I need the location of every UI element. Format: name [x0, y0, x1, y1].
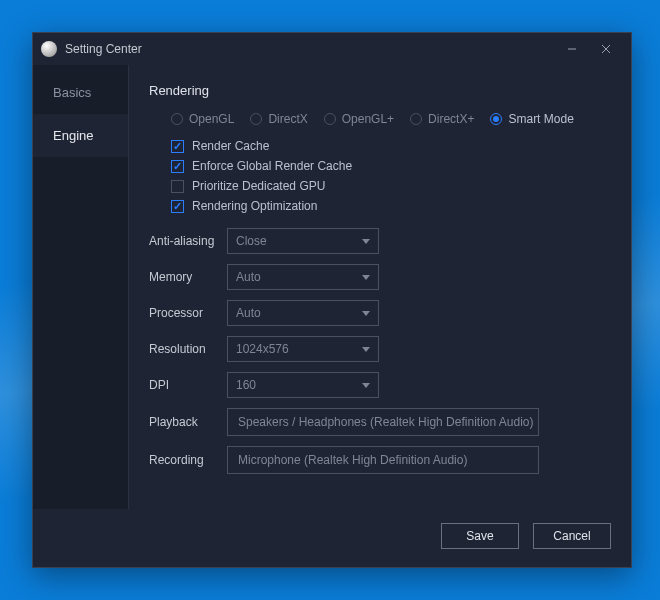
sidebar-item-engine[interactable]: Engine	[33, 114, 128, 157]
chevron-down-icon	[362, 275, 370, 280]
dpi-select[interactable]: 160	[227, 372, 379, 398]
row-memory: Memory Auto	[149, 264, 611, 290]
app-icon	[41, 41, 57, 57]
field-label: DPI	[149, 378, 227, 392]
select-value: Auto	[236, 306, 362, 320]
radio-dot-icon	[410, 113, 422, 125]
checkbox-icon	[171, 160, 184, 173]
processor-select[interactable]: Auto	[227, 300, 379, 326]
radio-directx[interactable]: DirectX	[250, 112, 307, 126]
playback-field[interactable]: Speakers / Headphones (Realtek High Defi…	[227, 408, 539, 436]
select-value: 1024x576	[236, 342, 362, 356]
rendering-mode-radios: OpenGL DirectX OpenGL+ DirectX+ Smart Mo…	[149, 112, 611, 126]
chevron-down-icon	[362, 311, 370, 316]
checkbox-label: Enforce Global Render Cache	[192, 159, 352, 173]
checkbox-prioritize-dedicated-gpu[interactable]: Prioritize Dedicated GPU	[171, 176, 611, 196]
checkbox-label: Prioritize Dedicated GPU	[192, 179, 325, 193]
radio-dot-icon	[171, 113, 183, 125]
radio-dot-icon	[250, 113, 262, 125]
select-value: Auto	[236, 270, 362, 284]
close-icon	[601, 44, 611, 54]
field-label: Processor	[149, 306, 227, 320]
radio-label: DirectX	[268, 112, 307, 126]
radio-smart-mode[interactable]: Smart Mode	[490, 112, 573, 126]
radio-label: OpenGL+	[342, 112, 394, 126]
anti-aliasing-select[interactable]: Close	[227, 228, 379, 254]
row-resolution: Resolution 1024x576	[149, 336, 611, 362]
radio-label: OpenGL	[189, 112, 234, 126]
recording-field[interactable]: Microphone (Realtek High Definition Audi…	[227, 446, 539, 474]
save-button[interactable]: Save	[441, 523, 519, 549]
chevron-down-icon	[362, 347, 370, 352]
field-label: Recording	[149, 453, 227, 467]
dialog-footer: Save Cancel	[33, 509, 631, 567]
field-label: Anti-aliasing	[149, 234, 227, 248]
field-label: Memory	[149, 270, 227, 284]
checkbox-render-cache[interactable]: Render Cache	[171, 136, 611, 156]
row-playback: Playback Speakers / Headphones (Realtek …	[149, 408, 611, 436]
minimize-button[interactable]	[555, 37, 589, 61]
select-value: 160	[236, 378, 362, 392]
field-label: Playback	[149, 415, 227, 429]
checkbox-label: Rendering Optimization	[192, 199, 317, 213]
minimize-icon	[567, 44, 577, 54]
field-label: Resolution	[149, 342, 227, 356]
checkbox-icon	[171, 200, 184, 213]
window-body: Basics Engine Rendering OpenGL DirectX O…	[33, 65, 631, 509]
radio-dot-icon	[324, 113, 336, 125]
row-anti-aliasing: Anti-aliasing Close	[149, 228, 611, 254]
sidebar-item-basics[interactable]: Basics	[33, 71, 128, 114]
radio-label: DirectX+	[428, 112, 474, 126]
checkbox-rendering-optimization[interactable]: Rendering Optimization	[171, 196, 611, 216]
row-processor: Processor Auto	[149, 300, 611, 326]
resolution-select[interactable]: 1024x576	[227, 336, 379, 362]
row-dpi: DPI 160	[149, 372, 611, 398]
memory-select[interactable]: Auto	[227, 264, 379, 290]
window-controls	[555, 37, 623, 61]
content-pane: Rendering OpenGL DirectX OpenGL+ DirectX…	[129, 65, 631, 509]
checkbox-icon	[171, 180, 184, 193]
field-value: Microphone (Realtek High Definition Audi…	[238, 453, 467, 467]
chevron-down-icon	[362, 383, 370, 388]
checkbox-enforce-global-render-cache[interactable]: Enforce Global Render Cache	[171, 156, 611, 176]
settings-window: Setting Center Basics Engine Rendering O…	[32, 32, 632, 568]
field-value: Speakers / Headphones (Realtek High Defi…	[238, 415, 534, 429]
titlebar[interactable]: Setting Center	[33, 33, 631, 65]
radio-dot-icon	[490, 113, 502, 125]
checkbox-icon	[171, 140, 184, 153]
window-title: Setting Center	[65, 42, 555, 56]
rendering-checkboxes: Render Cache Enforce Global Render Cache…	[149, 136, 611, 216]
radio-label: Smart Mode	[508, 112, 573, 126]
radio-opengl-plus[interactable]: OpenGL+	[324, 112, 394, 126]
settings-rows: Anti-aliasing Close Memory Auto Processo…	[149, 228, 611, 474]
radio-directx-plus[interactable]: DirectX+	[410, 112, 474, 126]
cancel-button[interactable]: Cancel	[533, 523, 611, 549]
close-button[interactable]	[589, 37, 623, 61]
chevron-down-icon	[362, 239, 370, 244]
radio-opengl[interactable]: OpenGL	[171, 112, 234, 126]
row-recording: Recording Microphone (Realtek High Defin…	[149, 446, 611, 474]
checkbox-label: Render Cache	[192, 139, 269, 153]
sidebar: Basics Engine	[33, 65, 129, 509]
select-value: Close	[236, 234, 362, 248]
section-title: Rendering	[149, 83, 611, 98]
